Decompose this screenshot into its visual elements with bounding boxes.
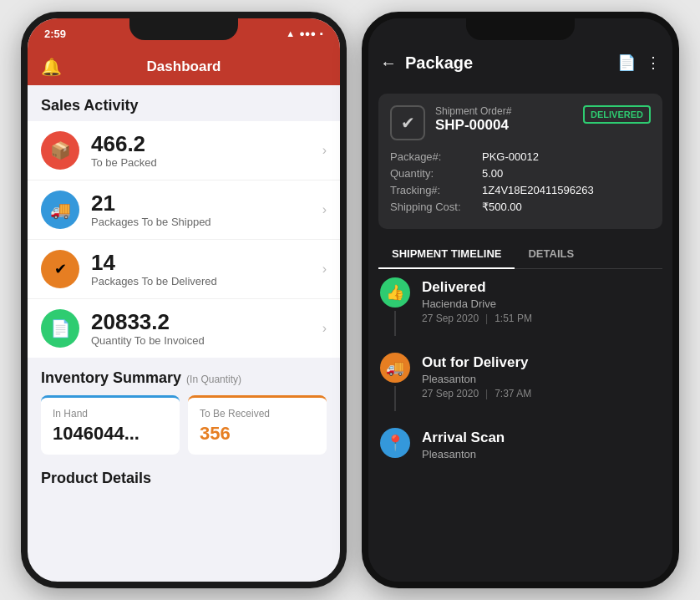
ship-text: 21 Packages To be Shipped xyxy=(91,191,322,229)
detail-val-cost: ₹500.00 xyxy=(482,201,522,213)
invoice-num: 20833.2 xyxy=(91,310,322,334)
package-title: Package xyxy=(405,53,609,73)
tl-icon-delivered: 👍 xyxy=(380,277,410,308)
notch-right xyxy=(466,18,575,40)
tl-status-arrival: Arrival Scan xyxy=(422,430,662,446)
invoice-text: 20833.2 Quantity To be Invoiced xyxy=(91,310,322,348)
ship-chevron: › xyxy=(322,202,327,217)
tl-time-out: 7:37 AM xyxy=(495,388,531,399)
inventory-in-hand-card[interactable]: In Hand 1046044... xyxy=(41,395,180,455)
header-actions: 📄 ⋮ xyxy=(617,53,661,72)
tl-status-out: Out for Delivery xyxy=(422,354,662,371)
tl-status-delivered: Delivered xyxy=(422,279,662,296)
tl-icon-col-out: 🚚 xyxy=(378,353,412,411)
tl-line-delivered xyxy=(394,311,396,336)
tl-date-out: 27 Sep 2020 xyxy=(422,388,479,399)
back-button[interactable]: ← xyxy=(380,53,397,73)
tl-location-out: Pleasanton xyxy=(422,373,662,385)
left-scroll-content: Sales Activity 📦 466.2 To be Packed › 🚚 … xyxy=(28,85,340,501)
detail-row-tracking: Tracking#: 1Z4V18E20411596263 xyxy=(390,184,651,196)
status-time-left: 2:59 xyxy=(44,28,66,40)
invoice-chevron: › xyxy=(322,321,327,336)
deliver-chevron: › xyxy=(322,262,327,277)
detail-val-qty: 5.00 xyxy=(482,167,503,180)
deliver-num: 14 xyxy=(91,251,322,275)
invoice-icon: 📄 xyxy=(41,309,79,348)
tl-time-row-delivered: 27 Sep 2020 | 1:51 PM xyxy=(422,313,662,324)
delivered-badge: DELIVERED xyxy=(583,105,651,124)
ship-label: Packages To be Shipped xyxy=(91,216,322,228)
ship-icon: 🚚 xyxy=(41,191,79,229)
inventory-section: Inventory Summary (In Quantity) In Hand … xyxy=(28,358,340,461)
tl-content-delivered: Delivered Hacienda Drive 27 Sep 2020 | 1… xyxy=(422,277,662,336)
order-label: Shipment Order# xyxy=(435,105,573,117)
tl-sep-out: | xyxy=(485,388,488,399)
right-phone: ← Package 📄 ⋮ ✔ Shipment Order# SHP-0000… xyxy=(362,12,679,588)
tl-icon-arrival: 📍 xyxy=(380,428,410,458)
inventory-title-row: Inventory Summary (In Quantity) xyxy=(41,369,327,387)
pack-num: 466.2 xyxy=(91,132,322,156)
header-title: Dashboard xyxy=(147,58,221,75)
detail-val-tracking: 1Z4V18E20411596263 xyxy=(482,184,594,196)
tl-item-delivered: 👍 Delivered Hacienda Drive 27 Sep 2020 |… xyxy=(378,277,662,336)
in-hand-value: 1046044... xyxy=(53,423,168,445)
timeline: 👍 Delivered Hacienda Drive 27 Sep 2020 |… xyxy=(368,269,672,486)
activity-row-pack[interactable]: 📦 466.2 To be Packed › xyxy=(28,121,340,181)
detail-key-tracking: Tracking#: xyxy=(390,184,482,196)
tl-item-arrival: 📍 Arrival Scan Pleasanton xyxy=(378,428,662,460)
tl-location-delivered: Hacienda Drive xyxy=(422,297,662,310)
tl-icon-col-arrival: 📍 xyxy=(378,428,412,460)
activity-card: 📦 466.2 To be Packed › 🚚 21 Packages To … xyxy=(28,121,340,358)
notch-left xyxy=(129,18,238,40)
shipment-info: Shipment Order# SHP-00004 xyxy=(435,105,573,134)
deliver-text: 14 Packages To be Delivered xyxy=(91,251,322,288)
document-icon[interactable]: 📄 xyxy=(617,53,636,72)
activity-row-invoice[interactable]: 📄 20833.2 Quantity To be Invoiced › xyxy=(28,299,340,358)
detail-key-package: Package#: xyxy=(390,150,482,163)
dark-header: ← Package 📄 ⋮ xyxy=(368,42,672,84)
inventory-title: Inventory Summary xyxy=(41,369,181,387)
more-icon[interactable]: ⋮ xyxy=(646,53,661,72)
to-receive-label: To Be Received xyxy=(200,408,315,419)
tab-details[interactable]: DETAILS xyxy=(515,239,587,268)
shipment-icon: ✔ xyxy=(390,105,425,140)
pack-label: To be Packed xyxy=(91,156,322,169)
to-receive-value: 356 xyxy=(200,423,315,445)
activity-row-deliver[interactable]: ✔ 14 Packages To be Delivered › xyxy=(28,240,340,299)
sales-activity-title: Sales Activity xyxy=(28,85,340,121)
left-phone: 2:59 ▲ ●●● ▪ 🔔 Dashboard Sales Activity … xyxy=(21,12,347,588)
detail-key-cost: Shipping Cost: xyxy=(390,201,482,213)
tl-icon-out: 🚚 xyxy=(380,353,410,383)
tl-item-out-delivery: 🚚 Out for Delivery Pleasanton 27 Sep 202… xyxy=(378,353,662,411)
right-phone-inner: ← Package 📄 ⋮ ✔ Shipment Order# SHP-0000… xyxy=(368,42,672,588)
detail-row-cost: Shipping Cost: ₹500.00 xyxy=(390,201,651,213)
tl-time-delivered: 1:51 PM xyxy=(495,313,532,324)
tl-date-delivered: 27 Sep 2020 xyxy=(422,313,479,324)
order-num: SHP-00004 xyxy=(435,117,573,134)
tl-sep-delivered: | xyxy=(485,313,488,324)
in-hand-label: In Hand xyxy=(53,408,168,419)
deliver-icon: ✔ xyxy=(41,250,79,288)
shipment-header: ✔ Shipment Order# SHP-00004 DELIVERED xyxy=(390,105,651,140)
dark-tabs: SHIPMENT TIMELINE DETAILS xyxy=(378,239,662,269)
inventory-to-receive-card[interactable]: To Be Received 356 xyxy=(188,395,327,455)
dark-scroll-content: ✔ Shipment Order# SHP-00004 DELIVERED Pa… xyxy=(368,84,672,588)
header-bar: 🔔 Dashboard xyxy=(28,48,340,85)
bell-icon[interactable]: 🔔 xyxy=(41,57,62,77)
shipment-card: ✔ Shipment Order# SHP-00004 DELIVERED Pa… xyxy=(378,94,662,229)
tl-line-out xyxy=(394,386,396,411)
pack-text: 466.2 To be Packed xyxy=(91,132,322,170)
detail-row-package: Package#: PKG-00012 xyxy=(390,150,651,163)
tl-content-out: Out for Delivery Pleasanton 27 Sep 2020 … xyxy=(422,353,662,411)
inventory-cards: In Hand 1046044... To Be Received 356 xyxy=(41,395,327,455)
tab-shipment-timeline[interactable]: SHIPMENT TIMELINE xyxy=(378,239,515,268)
pack-icon: 📦 xyxy=(41,131,79,170)
invoice-label: Quantity To be Invoiced xyxy=(91,334,322,347)
deliver-label: Packages To be Delivered xyxy=(91,275,322,287)
detail-key-qty: Quantity: xyxy=(390,167,482,180)
inventory-subtitle: (In Quantity) xyxy=(186,374,241,385)
activity-row-ship[interactable]: 🚚 21 Packages To be Shipped › xyxy=(28,181,340,240)
product-details-title: Product Details xyxy=(28,461,340,492)
status-icons-left: ▲ ●●● ▪ xyxy=(286,28,323,38)
wifi-icon: ▲ xyxy=(286,28,295,38)
